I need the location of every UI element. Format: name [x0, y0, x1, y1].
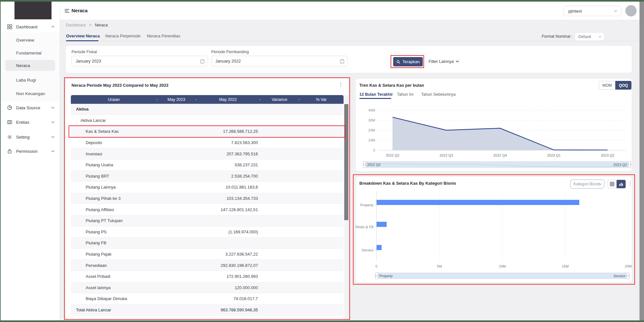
tab-neraca-perentitas[interactable]: Neraca Perentitas [147, 34, 180, 38]
svg-text:15M: 15M [562, 264, 569, 268]
sidebar-item-permission[interactable]: Permission [1, 147, 60, 155]
column-header-may-2023: May 2023 [157, 97, 196, 102]
avatar[interactable] [625, 5, 637, 16]
row-label: Piutang Pajak [71, 252, 111, 257]
apply-filter-button[interactable]: Terapkan [393, 57, 423, 66]
table-row[interactable]: Aktiva [71, 104, 344, 115]
breadcrumb-dashboard[interactable]: Dashboard [66, 23, 86, 27]
trend-range-slider[interactable]: 2022 Q2 2023 Q2 [364, 161, 630, 168]
table-row[interactable]: Asset lainnya120.000.000 [71, 282, 344, 294]
gear-icon [7, 134, 12, 140]
kebab-menu-icon[interactable]: ⋮ [628, 181, 633, 186]
table-row[interactable]: Piutang BRT2.538.254.700 [71, 171, 344, 182]
page-scrollbar[interactable] [639, 0, 644, 322]
app-window: Dashboard Overview Fundamental Neraca La… [0, 0, 644, 322]
sidebar-item-data-source[interactable]: Data Source [1, 103, 60, 112]
sidebar-item-overview[interactable]: Overview [1, 36, 60, 44]
row-label: Kas & Setara Kas [71, 129, 119, 134]
chevron-up-icon [51, 26, 54, 28]
breadcrumb: Dashboard > Neraca [66, 23, 108, 27]
svg-text:2022 Q3: 2022 Q3 [440, 153, 453, 157]
table-row[interactable]: Piutang Affiliasi147.126.801.142,51 [71, 204, 344, 215]
filter-lainnya-link[interactable]: Filter Lainnya [429, 59, 459, 64]
sidebar-item-neraca-active[interactable]: Neraca [5, 60, 55, 71]
sidebar-item-non-keuangan[interactable]: Non Keuangan [1, 90, 60, 97]
slider-end-label: 2023 Q2 [613, 163, 627, 167]
chart-view-button-active[interactable] [617, 180, 626, 188]
row-label: Piutang PT Tutupan [71, 218, 123, 223]
toggle-qoq-active[interactable]: QOQ [615, 81, 631, 90]
slider-start-label: 2022 Q2 [367, 163, 381, 167]
table-row[interactable]: Investasi207.363.795.516 [71, 148, 344, 160]
slider-handle-left[interactable] [375, 272, 378, 279]
table-row[interactable]: Biaya Dibayar Dimuka74.016.017,7 [71, 293, 344, 305]
user-name: pjmtest [568, 9, 582, 14]
slider-handle-right[interactable] [628, 161, 631, 168]
table-row[interactable]: Persediaan292.830.196.872,07 [71, 260, 344, 271]
frame-border-left [0, 0, 1, 322]
kategori-bisnis-select[interactable]: Kategori Bisnis [570, 180, 604, 189]
table-row[interactable]: Asset Pribadi172.901.260.993 [71, 271, 344, 282]
table-row[interactable]: Deposito7.823.563.300 [71, 137, 344, 149]
slider-handle-right[interactable] [626, 272, 630, 279]
row-label: Piutang Pihak ke 3 [71, 196, 120, 201]
sidebar-item-entitas[interactable]: Entitas [1, 118, 60, 126]
breakdown-range-slider[interactable]: Property Service [376, 273, 628, 279]
row-value: 207.363.795.516 [226, 151, 258, 156]
trend-tab-tahun-sebelumnya[interactable]: Tahun Sebelumnya [421, 92, 456, 97]
active-tab-underline [66, 40, 99, 41]
chevron-down-icon [599, 183, 602, 185]
chevron-down-icon [456, 60, 459, 63]
breadcrumb-separator: > [89, 23, 91, 27]
breakdown-chart-svg: 05M10M15M20MPropertyResto & FBService [356, 190, 632, 272]
format-nominal-select[interactable]: Default [575, 32, 604, 41]
sidebar-item-laba-rugi[interactable]: Laba Rugi [1, 76, 60, 83]
row-value: (1.169.974.000) [228, 229, 258, 234]
row-label: Piutang Affiliasi [71, 207, 114, 212]
table-row[interactable]: Piutang Pajak3.227.636.547,22 [71, 249, 344, 260]
hamburger-menu-icon[interactable] [64, 9, 70, 13]
sidebar-item-setting[interactable]: Setting [1, 133, 60, 141]
trend-card-title: Tren Kas & Setara Kas per bulan [359, 83, 424, 88]
periode-pembanding-input[interactable]: January 2022 [211, 56, 348, 66]
periode-pembanding-label: Periode Pembanding [211, 50, 249, 54]
svg-text:20M: 20M [625, 264, 631, 268]
table-row[interactable]: Piutang Usaha538.237.231 [71, 160, 344, 171]
svg-text:10M: 10M [499, 264, 506, 268]
breadcrumb-current: Neraca [95, 23, 108, 27]
chevron-down-icon [614, 10, 617, 12]
table-row[interactable]: Piutang Pihak ke 3103.134.354.733 [71, 193, 344, 204]
table-row[interactable]: Kas & Setara Kas17.268.586.712,25 [71, 126, 344, 137]
table-row[interactable]: Piutang Lainnya10.011.861.183,6 [71, 182, 344, 193]
table-scrollbar-thumb[interactable] [344, 104, 348, 220]
table-row[interactable]: Piutang PT Tutupan [71, 215, 344, 227]
table-body: AktivaAktiva LancarKas & Setara Kas17.26… [71, 104, 344, 316]
slider-handle-left[interactable] [363, 161, 366, 168]
sidebar-item-fundamental[interactable]: Fundamental [1, 49, 60, 56]
filter-panel: Periode Fiskal January 2023 Periode Pemb… [65, 45, 632, 73]
periode-fiskal-input[interactable]: January 2023 [71, 56, 208, 66]
row-value: 172.901.260.993 [226, 274, 258, 279]
table-row[interactable]: Aktiva Lancar [71, 115, 344, 126]
top-header-bar: Neraca pjmtest [60, 2, 639, 20]
app-logo [14, 2, 52, 19]
trend-tab-tahun-ini[interactable]: Tahun Ini [397, 92, 413, 97]
tab-overview-neraca[interactable]: Overview Neraca [66, 34, 100, 38]
row-value: 147.126.801.142,51 [221, 207, 258, 212]
tab-neraca-perperiode[interactable]: Neraca Perperiode [105, 34, 140, 38]
user-dropdown[interactable]: pjmtest [564, 6, 621, 16]
table-view-button[interactable] [608, 180, 617, 188]
column-header-uraian: Uraian [71, 97, 157, 102]
table-row[interactable]: Piutang PS(1.169.974.000) [71, 227, 344, 238]
table-row[interactable]: Total Aktiva Lancar963.788.590.948,35 [71, 305, 344, 316]
svg-text:2022 Q4: 2022 Q4 [493, 153, 507, 157]
table-scrollbar-track[interactable] [344, 95, 348, 320]
trend-tab-12-bulan[interactable]: 12 Bulan Terakhir [359, 92, 393, 97]
kebab-menu-icon[interactable]: ⋮ [338, 82, 343, 88]
row-value: 7.823.563.300 [231, 140, 258, 145]
frame-border-top [0, 0, 644, 2]
table-row[interactable]: Piutang FB [71, 238, 344, 249]
svg-text:0: 0 [375, 264, 377, 268]
toggle-mom[interactable]: MOM [599, 81, 615, 90]
sidebar-item-dashboard[interactable]: Dashboard [1, 23, 60, 31]
